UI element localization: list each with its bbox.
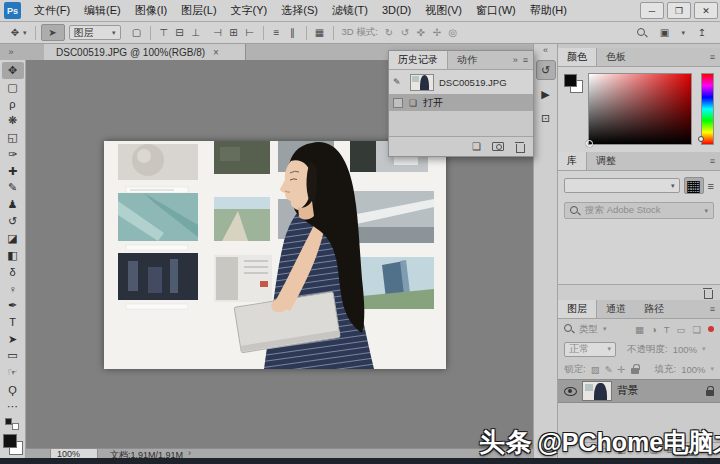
panel-menu-icon[interactable]: ≡ — [523, 55, 528, 65]
history-state-row-selected[interactable]: ❏ 打开 — [389, 94, 533, 111]
brush-tool[interactable]: ✎ — [2, 180, 24, 197]
tool-preset-picker[interactable]: ✥ ▾ — [4, 24, 30, 41]
menu-type[interactable]: 文字(Y) — [224, 0, 275, 21]
menu-view[interactable]: 视图(V) — [418, 0, 469, 21]
foreground-color-swatch[interactable] — [3, 434, 17, 448]
rectangle-tool[interactable]: ▭ — [2, 348, 24, 365]
history-source-icon[interactable]: ✎ — [393, 77, 405, 87]
align-bottom-button[interactable]: ⊥ — [188, 27, 204, 38]
grid-view-button[interactable]: ▦ — [684, 177, 704, 194]
align-vcenter-button[interactable]: ⊟ — [172, 27, 188, 38]
filter-smart-object-icon[interactable]: ❏ — [692, 324, 701, 335]
properties-panel-icon[interactable]: ⊡ — [536, 108, 556, 128]
fill-value[interactable]: 100% — [681, 364, 705, 375]
new-snapshot-icon[interactable] — [492, 142, 504, 151]
filter-adjustment-icon[interactable]: ◑ — [651, 324, 657, 335]
3d-roll-button[interactable]: ↺ — [397, 27, 413, 38]
color-picker-handle[interactable] — [586, 140, 593, 147]
list-view-button[interactable]: ≡ — [708, 180, 714, 192]
lock-pixels-icon[interactable]: ✎ — [605, 364, 613, 375]
hue-slider[interactable] — [701, 73, 714, 145]
menu-help[interactable]: 帮助(H) — [523, 0, 574, 21]
panel-menu-icon[interactable]: ≡ — [710, 304, 715, 314]
type-tool[interactable]: T — [2, 314, 24, 331]
menu-3d[interactable]: 3D(D) — [375, 0, 418, 21]
minimize-button[interactable]: ─ — [640, 2, 664, 19]
path-select-tool[interactable]: ➤ — [2, 331, 24, 348]
panel-menu-icon[interactable]: ≡ — [710, 52, 715, 62]
dock-collapse-icon[interactable]: « — [543, 44, 548, 56]
menu-select[interactable]: 选择(S) — [274, 0, 325, 21]
panel-menu-icon[interactable]: ≡ — [710, 156, 715, 166]
eyedropper-tool[interactable]: ✑ — [2, 146, 24, 163]
tab-layers[interactable]: 图层 — [558, 300, 597, 318]
distribute-v-button[interactable]: ≡ — [269, 27, 285, 38]
distribute-h-button[interactable]: ∥ — [285, 27, 301, 38]
3d-zoom-button[interactable]: ◎ — [445, 27, 461, 38]
photoshop-logo-icon[interactable]: Ps — [4, 2, 21, 19]
tab-history[interactable]: 历史记录 — [389, 51, 448, 69]
tab-color[interactable]: 颜色 — [558, 48, 597, 66]
hand-tool[interactable]: ☞ — [2, 364, 24, 381]
foreground-background-swatches[interactable] — [1, 433, 25, 457]
filter-type-icon[interactable]: T — [664, 324, 670, 335]
layer-thumbnail[interactable] — [582, 381, 612, 401]
crop-tool[interactable]: ◱ — [2, 129, 24, 146]
document-image[interactable] — [104, 141, 446, 369]
move-tool[interactable]: ✥ — [2, 62, 24, 79]
search-icon[interactable] — [637, 28, 647, 38]
lock-all-icon[interactable] — [631, 364, 640, 374]
menu-layer[interactable]: 图层(L) — [174, 0, 223, 21]
tab-channels[interactable]: 通道 — [597, 300, 635, 318]
lock-position-icon[interactable]: ✛ — [618, 364, 626, 375]
edit-toolbar-button[interactable]: ⋯ — [2, 398, 24, 415]
new-document-from-state-icon[interactable]: ❏ — [472, 141, 481, 152]
eraser-tool[interactable]: ◪ — [2, 230, 24, 247]
layer-name[interactable]: 背景 — [617, 384, 638, 398]
saturation-brightness-field[interactable] — [588, 73, 692, 145]
show-transform-controls-toggle[interactable]: ▢ — [129, 27, 145, 38]
library-select-dropdown[interactable]: ▾ — [564, 178, 680, 193]
filter-on-toggle[interactable] — [708, 326, 714, 332]
align-hcenter-button[interactable]: ⊞ — [226, 27, 242, 38]
tab-swatches[interactable]: 色板 — [597, 48, 635, 66]
zoom-tool[interactable]: Ϙ — [2, 381, 24, 398]
history-panel-icon[interactable]: ↺ — [536, 60, 556, 80]
gradient-tool[interactable]: ◧ — [2, 247, 24, 264]
align-left-button[interactable]: ⊣ — [210, 27, 226, 38]
menu-filter[interactable]: 滤镜(T) — [325, 0, 375, 21]
actions-panel-icon[interactable]: ▶ — [536, 84, 556, 104]
align-right-button[interactable]: ⊢ — [242, 27, 258, 38]
pen-tool[interactable]: ✒ — [2, 297, 24, 314]
lock-transparency-icon[interactable]: ▨ — [591, 364, 600, 375]
background-lock-icon[interactable] — [705, 386, 714, 396]
3d-orbit-button[interactable]: ↻ — [381, 27, 397, 38]
quick-select-tool[interactable]: ❋ — [2, 112, 24, 129]
share-button[interactable]: ↥ — [694, 27, 710, 38]
layer-visibility-eye-icon[interactable] — [564, 387, 577, 396]
filter-type-label[interactable]: 类型 — [579, 323, 598, 336]
auto-select-target-dropdown[interactable]: 图层 ▾ — [69, 25, 121, 40]
opacity-value[interactable]: 100% — [673, 344, 697, 355]
tab-libraries[interactable]: 库 — [558, 152, 587, 170]
filter-pixel-icon[interactable]: ▦ — [635, 324, 644, 335]
color-panel-swatches[interactable] — [561, 71, 587, 97]
menu-window[interactable]: 窗口(W) — [469, 0, 523, 21]
history-brush-tool[interactable]: ↺ — [2, 213, 24, 230]
status-chevron-icon[interactable]: › — [188, 448, 191, 458]
snapshot-thumbnail[interactable] — [410, 74, 434, 91]
panel-collapse-icon[interactable]: » — [513, 55, 518, 65]
blur-tool[interactable]: δ — [2, 264, 24, 281]
restore-button[interactable]: ❐ — [667, 2, 691, 19]
workspace-switcher[interactable]: ▣ — [656, 27, 672, 38]
tab-actions[interactable]: 动作 — [448, 51, 486, 69]
tools-collapse-icon[interactable]: » — [0, 44, 22, 60]
delete-state-icon[interactable] — [515, 141, 524, 152]
delete-library-item-icon[interactable] — [703, 287, 712, 298]
distribute-spacing-button[interactable]: ▦ — [312, 27, 328, 38]
history-snapshot-row[interactable]: ✎ DSC00519.JPG — [389, 70, 533, 94]
set-source-well[interactable] — [393, 98, 403, 108]
rect-marquee-tool[interactable]: ▢ — [2, 79, 24, 96]
library-search-field[interactable]: 搜索 Adobe Stock ▾ — [564, 202, 714, 219]
3d-slide-button[interactable]: ✢ — [429, 27, 445, 38]
